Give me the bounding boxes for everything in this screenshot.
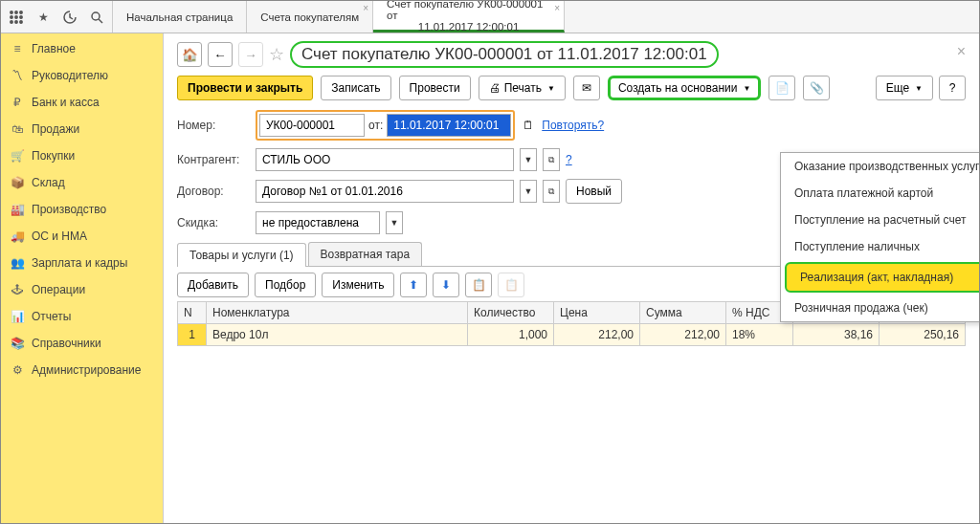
sidebar-item-operations[interactable]: 🕹Операции <box>1 276 163 303</box>
dd-item-cash-receipt[interactable]: Поступление наличных <box>781 233 979 260</box>
home-button[interactable]: 🏠 <box>177 42 202 67</box>
history-icon[interactable] <box>60 8 79 27</box>
sidebar-item-admin[interactable]: ⚙Администрирование <box>1 357 163 383</box>
sidebar-item-warehouse[interactable]: 📦Склад <box>1 169 163 196</box>
truck-icon: 🚚 <box>11 229 24 243</box>
create-based-label: Создать на основании <box>618 81 738 95</box>
col-sum: Сумма <box>640 302 726 324</box>
subtab-tare[interactable]: Возвратная тара <box>308 242 423 266</box>
tab-current-doc[interactable]: Счет покупателю УК00-000001 от 11.01.201… <box>373 1 565 33</box>
new-contract-button[interactable]: Новый <box>566 179 622 204</box>
back-button[interactable]: ← <box>208 42 233 67</box>
dropdown-icon[interactable]: ▼ <box>386 211 403 234</box>
svg-point-9 <box>92 12 100 20</box>
sidebar-item-bank[interactable]: ₽Банк и касса <box>1 89 163 116</box>
post-and-close-button[interactable]: Провести и закрыть <box>177 76 313 100</box>
sidebar-item-manager[interactable]: 〽Руководителю <box>1 62 163 89</box>
related-docs-button[interactable]: 📄 <box>768 76 795 100</box>
date-label: от: <box>368 119 383 132</box>
number-input[interactable] <box>259 114 365 137</box>
pick-button[interactable]: Подбор <box>255 273 316 297</box>
write-button[interactable]: Записать <box>321 76 390 100</box>
page-title: Счет покупателю УК00-000001 от 11.01.201… <box>290 41 719 68</box>
add-row-button[interactable]: Добавить <box>177 273 249 297</box>
dd-item-retail-sale[interactable]: Розничная продажа (чек) <box>781 295 979 321</box>
cell-vat-pct: 18% <box>726 324 793 346</box>
chart-icon: 〽 <box>11 69 24 82</box>
dropdown-icon[interactable]: ▼ <box>520 148 537 171</box>
tab-label: Счета покупателям <box>260 11 359 23</box>
discount-input[interactable] <box>256 211 380 234</box>
counterparty-input[interactable] <box>256 148 514 171</box>
more-label: Еще <box>886 81 909 95</box>
col-n: N <box>178 302 207 324</box>
counterparty-label: Контрагент: <box>177 153 250 166</box>
book-icon: 📚 <box>11 337 24 350</box>
print-button[interactable]: 🖨Печать▼ <box>479 76 566 100</box>
sidebar-item-label: Главное <box>32 42 76 55</box>
tab-home[interactable]: Начальная страница <box>113 1 247 33</box>
col-nom: Номенклатура <box>207 302 468 324</box>
dd-item-bank-receipt[interactable]: Поступление на расчетный счет <box>781 207 979 233</box>
drop-item-services[interactable]: Оказание производственных услуг <box>781 153 979 180</box>
report-icon: 📊 <box>11 310 24 323</box>
cell-price: 212,00 <box>554 324 640 346</box>
sidebar-item-label: Склад <box>32 176 65 189</box>
sidebar-item-hr[interactable]: 👥Зарплата и кадры <box>1 250 163 276</box>
sidebar-item-production[interactable]: 🏭Производство <box>1 196 163 223</box>
ruble-icon: ₽ <box>11 96 24 109</box>
create-based-menu: Оказание производственных услуг Оплата п… <box>780 152 979 322</box>
repeat-link[interactable]: Повторять? <box>542 119 604 132</box>
calendar-icon[interactable]: 🗒 <box>521 118 536 133</box>
col-qty: Количество <box>468 302 554 324</box>
sidebar-item-reports[interactable]: 📊Отчеты <box>1 303 163 330</box>
post-button[interactable]: Провести <box>399 76 471 100</box>
sidebar-item-main[interactable]: ≡Главное <box>1 35 163 62</box>
sidebar-item-sales[interactable]: 🛍Продажи <box>1 116 163 142</box>
factory-icon: 🏭 <box>11 203 24 216</box>
date-input[interactable] <box>387 114 511 137</box>
dd-item-realization[interactable]: Реализация (акт, накладная) <box>785 262 979 293</box>
counterparty-help[interactable]: ? <box>566 153 572 166</box>
printer-icon: 🖨 <box>489 81 501 95</box>
sidebar: ≡Главное 〽Руководителю ₽Банк и касса 🛍Пр… <box>1 33 164 523</box>
move-down-button[interactable]: ⬇ <box>433 273 459 297</box>
copy-button[interactable]: 📋 <box>465 273 492 297</box>
sidebar-item-label: Операции <box>32 283 85 296</box>
sidebar-item-label: Отчеты <box>32 310 71 323</box>
table-row[interactable]: 1 Ведро 10л 1,000 212,00 212,00 18% 38,1… <box>178 324 966 346</box>
forward-button[interactable]: → <box>238 42 263 67</box>
star-outline-icon[interactable]: ☆ <box>269 44 284 65</box>
help-button[interactable]: ? <box>939 76 966 100</box>
dropdown-icon[interactable]: ▼ <box>520 180 537 203</box>
edit-button[interactable]: Изменить <box>322 273 394 297</box>
sidebar-item-label: Производство <box>32 203 106 216</box>
svg-point-0 <box>11 11 12 12</box>
dd-item-card-payment[interactable]: Оплата платежной картой <box>781 180 979 207</box>
cart-icon: 🛒 <box>11 149 24 163</box>
contract-input[interactable] <box>256 180 514 203</box>
svg-point-7 <box>15 20 17 22</box>
more-button[interactable]: Еще▼ <box>876 76 933 100</box>
svg-point-3 <box>11 15 12 17</box>
search-icon[interactable] <box>87 8 106 27</box>
close-icon[interactable]: × <box>363 3 368 13</box>
create-based-button[interactable]: Создать на основании▼ <box>608 76 761 100</box>
open-icon[interactable]: ⧉ <box>543 180 560 203</box>
subtab-goods[interactable]: Товары и услуги (1) <box>177 243 306 267</box>
cell-qty: 1,000 <box>468 324 554 346</box>
sidebar-item-purchases[interactable]: 🛒Покупки <box>1 142 163 169</box>
close-doc-button[interactable]: × <box>957 43 966 60</box>
apps-icon[interactable] <box>7 8 26 27</box>
tab-invoices[interactable]: Счета покупателям× <box>247 1 373 33</box>
sidebar-item-catalogs[interactable]: 📚Справочники <box>1 330 163 357</box>
paste-button[interactable]: 📋 <box>498 273 524 297</box>
ops-icon: 🕹 <box>11 283 24 296</box>
star-icon[interactable]: ★ <box>33 8 53 27</box>
email-button[interactable]: ✉ <box>573 76 600 100</box>
sidebar-item-assets[interactable]: 🚚ОС и НМА <box>1 223 163 250</box>
attach-button[interactable]: 📎 <box>803 76 830 100</box>
open-icon[interactable]: ⧉ <box>543 148 560 171</box>
close-icon[interactable]: × <box>554 3 560 13</box>
move-up-button[interactable]: ⬆ <box>400 273 427 297</box>
